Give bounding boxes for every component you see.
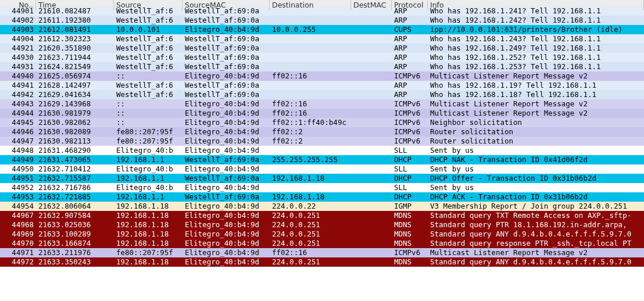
cell-sourcemac: Elitegro_40:b4:9d: [183, 109, 270, 118]
cell-protocol: MDNS: [392, 257, 428, 267]
table-row[interactable]: 4494321629.143968::Elitegro_40:b4:9dff02…: [0, 99, 644, 109]
cell-protocol: ICMPv6: [392, 109, 428, 118]
cell-time: 21630.981979: [36, 109, 114, 118]
cell-info: Standard query response PTR _ssh._tcp.lo…: [428, 239, 644, 248]
cell-info: Who has 192.168.1.253? Tell 192.168.1.1: [428, 62, 644, 71]
cell-protocol: ARP: [392, 81, 428, 90]
table-row[interactable]: 4497021633.166874192.168.1.18Elitegro_40…: [0, 239, 644, 248]
cell-time: 21631.473065: [36, 155, 114, 164]
cell-sourcemac: Elitegro_40:b4:9d: [183, 202, 270, 211]
cell-no: 44930: [0, 53, 36, 62]
cell-info: DHCP Offer - Transaction ID 0x31b06b2d: [428, 174, 644, 183]
col-destination[interactable]: Destination: [270, 0, 351, 10]
cell-time: 21612.081491: [36, 25, 114, 34]
cell-destination: 192.168.1.18: [270, 174, 351, 183]
table-row[interactable]: 4494421630.981979::Elitegro_40:b4:9dff02…: [0, 109, 644, 118]
table-row[interactable]: 4496821633.025036192.168.1.18Elitegro_40…: [0, 220, 644, 230]
table-row[interactable]: 4495121632.715587192.168.1.1WestellT_af:…: [0, 174, 644, 183]
cell-protocol: ICMPv6: [392, 137, 428, 146]
table-row[interactable]: 4494621630.982089fe80::207:95fElitegro_4…: [0, 127, 644, 137]
table-row[interactable]: 4493021623.711944WestellT_af:6WestellT_a…: [0, 53, 644, 62]
cell-no: 44940: [0, 71, 36, 81]
cell-source: ::: [114, 71, 183, 81]
cell-sourcemac: Elitegro_40:b4:9d: [183, 239, 270, 248]
table-row[interactable]: 4492121620.351890WestellT_af:6WestellT_a…: [0, 44, 644, 53]
cell-time: 21632.716786: [36, 183, 114, 192]
cell-no: 44903: [0, 25, 36, 34]
cell-sourcemac: WestellT_af:69:0a: [183, 53, 270, 62]
table-row[interactable]: 4494221629.041634WestellT_af:6WestellT_a…: [0, 90, 644, 99]
cell-protocol: CUPS: [392, 25, 428, 34]
cell-no: 44902: [0, 16, 36, 25]
table-row[interactable]: 4494521630.982062::Elitegro_40:b4:9dff02…: [0, 118, 644, 127]
cell-info: Sent by us: [428, 164, 644, 174]
cell-source: fe80::207:95f: [114, 248, 183, 257]
cell-time: 21612.302323: [36, 34, 114, 44]
cell-info: Sent by us: [428, 183, 644, 192]
cell-no: 44970: [0, 239, 36, 248]
cell-time: 21623.711944: [36, 53, 114, 62]
cell-no: 44941: [0, 81, 36, 90]
cell-sourcemac: Elitegro_40:b4:9d: [183, 25, 270, 34]
cell-sourcemac: Elitegro_40:b4:9d: [183, 127, 270, 137]
cell-no: 44945: [0, 118, 36, 127]
cell-sourcemac: WestellT_af:69:0a: [183, 174, 270, 183]
cell-destination: 224.0.0.251: [270, 257, 351, 267]
cell-source: WestellT_af:6: [114, 62, 183, 71]
cell-protocol: ICMPv6: [392, 248, 428, 257]
table-row[interactable]: 4490421612.302323WestellT_af:6WestellT_a…: [0, 34, 644, 44]
cell-info: Who has 192.168.1.19? Tell 192.168.1.1: [428, 81, 644, 90]
cell-info: Standard query PTR 18.1.168.192.in-addr.…: [428, 220, 644, 230]
cell-info: Who has 192.168.1.241? Tell 192.168.1.1: [428, 6, 644, 16]
cell-no: 44931: [0, 62, 36, 71]
table-row[interactable]: 4495221632.716786Elitegro_40:bElitegro_4…: [0, 183, 644, 192]
table-row[interactable]: 4495021632.710412Elitegro_40:bElitegro_4…: [0, 164, 644, 174]
table-row[interactable]: 4496721632.907584192.168.1.18Elitegro_40…: [0, 211, 644, 220]
table-row[interactable]: 4494821631.468290Elitegro_40:bElitegro_4…: [0, 146, 644, 155]
cell-source: ::: [114, 118, 183, 127]
cell-protocol: MDNS: [392, 220, 428, 230]
cell-info: Standard query TXT Remote Access on AXP.…: [428, 211, 644, 220]
cell-no: 44943: [0, 99, 36, 109]
table-row[interactable]: 4494121628.142497WestellT_af:6WestellT_a…: [0, 81, 644, 90]
cell-sourcemac: Elitegro_40:b4:9d: [183, 71, 270, 81]
cell-info: Router solicitation: [428, 137, 644, 146]
cell-protocol: SLL: [392, 146, 428, 155]
cell-info: Sent by us: [428, 146, 644, 155]
packet-list[interactable]: No.. Time Source SourceMAC Destination D…: [0, 0, 644, 267]
cell-time: 21620.351890: [36, 44, 114, 53]
table-row[interactable]: 4493121624.821549WestellT_af:6WestellT_a…: [0, 62, 644, 71]
table-row[interactable]: 4490321612.08149110.0.0.101Elitegro_40:b…: [0, 25, 644, 34]
table-row[interactable]: 4497121633.211976fe80::207:95fElitegro_4…: [0, 248, 644, 257]
table-row[interactable]: 4494021625.056974::Elitegro_40:b4:9dff02…: [0, 71, 644, 81]
cell-no: 44901: [0, 6, 36, 16]
table-row[interactable]: 4495321632.721885192.168.1.1WestellT_af:…: [0, 192, 644, 202]
cell-info: Who has 192.168.1.249? Tell 192.168.1.1: [428, 44, 644, 53]
col-destmac[interactable]: DestMAC: [351, 0, 392, 10]
cell-sourcemac: WestellT_af:69:0a: [183, 90, 270, 99]
cell-source: WestellT_af:6: [114, 44, 183, 53]
cell-no: 44952: [0, 183, 36, 192]
table-row[interactable]: 4494721630.982113fe80::207:95fElitegro_4…: [0, 137, 644, 146]
cell-protocol: DHCP: [392, 174, 428, 183]
cell-protocol: SLL: [392, 183, 428, 192]
cell-info: Neighbor solicitation: [428, 118, 644, 127]
table-row[interactable]: 4494921631.473065192.168.1.1WestellT_af:…: [0, 155, 644, 164]
table-row[interactable]: 4490221611.192380WestellT_af:6WestellT_a…: [0, 16, 644, 25]
cell-sourcemac: Elitegro_40:b4:9d: [183, 146, 270, 155]
cell-sourcemac: Elitegro_40:b4:9d: [183, 118, 270, 127]
cell-info: V3 Membership Report / Join group 224.0.…: [428, 202, 644, 211]
cell-protocol: DHCP: [392, 155, 428, 164]
table-row[interactable]: 4495421632.806064192.168.1.18Elitegro_40…: [0, 202, 644, 211]
cell-protocol: ICMPv6: [392, 127, 428, 137]
table-row[interactable]: 4496921633.100289192.168.1.18Elitegro_40…: [0, 230, 644, 239]
cell-protocol: MDNS: [392, 211, 428, 220]
cell-sourcemac: WestellT_af:69:0a: [183, 44, 270, 53]
cell-sourcemac: Elitegro_40:b4:9d: [183, 164, 270, 174]
cell-protocol: ARP: [392, 6, 428, 16]
cell-info: Standard query ANY d.9.4.b.0.4.e.f.f.f.5…: [428, 230, 644, 239]
cell-sourcemac: Elitegro_40:b4:9d: [183, 99, 270, 109]
cell-no: 44950: [0, 164, 36, 174]
table-row[interactable]: 4497221633.350243192.168.1.18Elitegro_40…: [0, 257, 644, 267]
cell-source: ::: [114, 109, 183, 118]
